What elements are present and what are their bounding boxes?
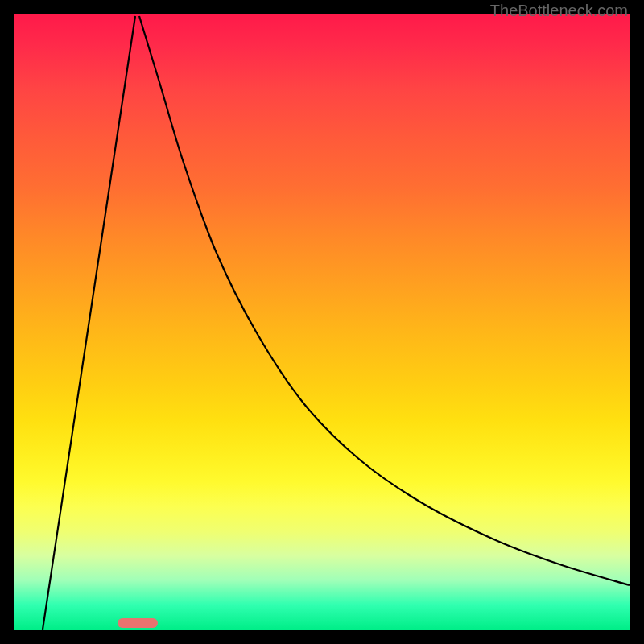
chart-area bbox=[14, 14, 630, 630]
curve-svg bbox=[14, 14, 630, 630]
left-line bbox=[43, 16, 135, 630]
bottleneck-marker bbox=[118, 618, 158, 628]
right-curve bbox=[139, 16, 630, 585]
watermark-text: TheBottleneck.com bbox=[490, 2, 628, 20]
